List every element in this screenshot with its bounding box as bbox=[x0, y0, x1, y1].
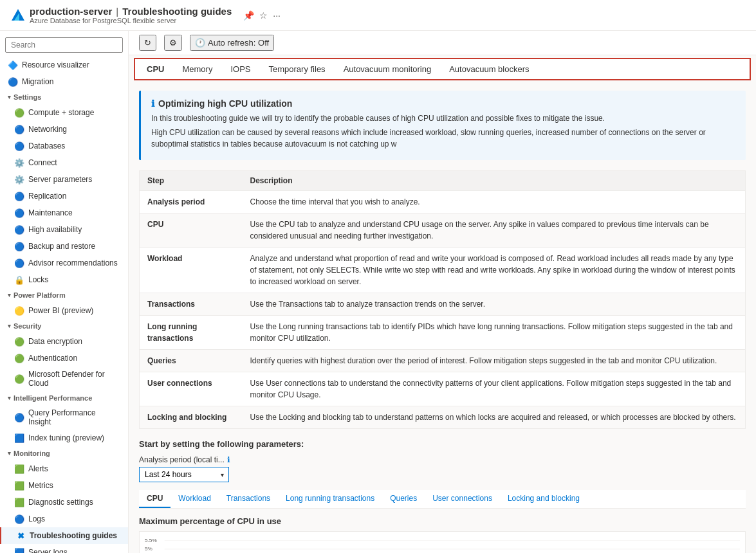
section-label: Security bbox=[14, 322, 41, 330]
sidebar-item-databases[interactable]: 🔵 Databases bbox=[0, 138, 128, 154]
header-actions[interactable]: 📌 ☆ ··· bbox=[243, 10, 281, 21]
connect-icon: ⚙️ bbox=[14, 158, 24, 168]
sidebar-item-server-parameters[interactable]: ⚙️ Server parameters bbox=[0, 171, 128, 188]
select-wrapper[interactable]: Last 24 hours Last 7 days Last 30 days C… bbox=[139, 467, 229, 482]
query-perf-icon: 🔵 bbox=[14, 412, 24, 422]
analysis-tab-long-running[interactable]: Long running transactions bbox=[278, 490, 382, 508]
sidebar-item-index-tuning[interactable]: 🟦 Index tuning (preview) bbox=[0, 430, 128, 446]
sidebar-item-migration[interactable]: 🔵 Migration bbox=[0, 73, 128, 90]
sidebar-item-query-performance[interactable]: 🔵 Query Performance Insight bbox=[0, 405, 128, 430]
sidebar-item-metrics[interactable]: 🟩 Metrics bbox=[0, 477, 128, 494]
sidebar-item-authentication[interactable]: 🟢 Authentication bbox=[0, 350, 128, 367]
tab-temp-files[interactable]: Temporary files bbox=[259, 59, 334, 80]
refresh-icon: ↻ bbox=[144, 38, 151, 48]
sidebar-item-data-encryption[interactable]: 🟢 Data encryption bbox=[0, 333, 128, 350]
table-row-step: Locking and blocking bbox=[140, 406, 243, 429]
sidebar-item-maintenance[interactable]: 🔵 Maintenance bbox=[0, 204, 128, 221]
sidebar-item-label: Resource visualizer bbox=[22, 60, 89, 69]
sidebar-item-backup-restore[interactable]: 🔵 Backup and restore bbox=[0, 238, 128, 255]
sidebar-item-label: Networking bbox=[28, 125, 67, 134]
sidebar-item-label: Connect bbox=[28, 158, 57, 167]
migration-icon: 🔵 bbox=[8, 77, 18, 87]
analysis-period-label: Analysis period (local ti... ℹ bbox=[139, 455, 746, 464]
sidebar-item-connect[interactable]: ⚙️ Connect bbox=[0, 154, 128, 171]
sidebar-item-defender[interactable]: 🟢 Microsoft Defender for Cloud bbox=[0, 367, 128, 391]
tab-cpu[interactable]: CPU bbox=[138, 59, 173, 80]
sidebar-item-compute-storage[interactable]: 🟢 Compute + storage bbox=[0, 104, 128, 121]
gear-button[interactable]: ⚙ bbox=[164, 35, 182, 51]
sidebar-item-label: Locks bbox=[28, 275, 48, 284]
gear-icon: ⚙ bbox=[169, 38, 177, 48]
advisor-icon: 🔵 bbox=[14, 258, 24, 268]
tab-autovacuum-blockers[interactable]: Autovacuum blockers bbox=[440, 59, 538, 80]
powerbi-icon: 🟡 bbox=[14, 305, 24, 316]
troubleshooting-icon: ✖ bbox=[15, 530, 26, 541]
analysis-tab-workload[interactable]: Workload bbox=[171, 490, 218, 508]
scroll-content: ℹ Optimizing high CPU utilization In thi… bbox=[129, 80, 756, 553]
sidebar-item-logs[interactable]: 🔵 Logs bbox=[0, 511, 128, 527]
tabs-top-wrapper: CPU Memory IOPS Temporary files Autovacu… bbox=[134, 58, 751, 80]
backup-icon: 🔵 bbox=[14, 241, 24, 251]
auth-icon: 🟢 bbox=[14, 353, 24, 363]
subtitle: Azure Database for PostgreSQL flexible s… bbox=[30, 17, 232, 24]
sidebar-item-power-bi[interactable]: 🟡 Power BI (preview) bbox=[0, 302, 128, 319]
info-icon: ℹ bbox=[151, 98, 154, 109]
auto-refresh-button[interactable]: 🕐 Auto refresh: Off bbox=[190, 35, 274, 51]
table-row-desc: Identify queries with highest duration o… bbox=[243, 350, 746, 372]
auto-refresh-label: Auto refresh: Off bbox=[208, 38, 269, 48]
analysis-tab-transactions[interactable]: Transactions bbox=[219, 490, 278, 508]
search-input[interactable] bbox=[5, 37, 123, 53]
section-intelligent-performance[interactable]: ▾ Intelligent Performance bbox=[0, 391, 128, 405]
section-security[interactable]: ▾ Security bbox=[0, 319, 128, 333]
sidebar-item-label: Maintenance bbox=[28, 208, 73, 217]
table-row-desc: Choose the time interval that you wish t… bbox=[243, 191, 746, 213]
sidebar-item-replication[interactable]: 🔵 Replication bbox=[0, 188, 128, 204]
section-power-platform[interactable]: ▾ Power Platform bbox=[0, 288, 128, 302]
params-title: Start by setting the following parameter… bbox=[139, 439, 746, 449]
sidebar-item-locks[interactable]: 🔒 Locks bbox=[0, 271, 128, 288]
sidebar-item-alerts[interactable]: 🟩 Alerts bbox=[0, 460, 128, 477]
guide-table: Step Description Analysis periodChoose t… bbox=[139, 170, 746, 429]
table-row-step: User connections bbox=[140, 372, 243, 406]
sidebar-item-resource-visualizer[interactable]: 🔷 Resource visualizer bbox=[0, 57, 128, 73]
ellipsis-icon[interactable]: ··· bbox=[273, 10, 281, 21]
analysis-tab-queries[interactable]: Queries bbox=[382, 490, 425, 508]
analysis-period-select[interactable]: Last 24 hours Last 7 days Last 30 days C… bbox=[139, 467, 229, 482]
chart-container: 5.5% 5% 4.5% 4% 3.5% 3% 2.5% 2% 1.5% 1% bbox=[139, 531, 746, 553]
table-row-desc: Use the Long running transactions tab to… bbox=[243, 316, 746, 350]
search-container[interactable] bbox=[0, 33, 128, 57]
server-name: production-server bbox=[30, 6, 112, 17]
table-row-step: Long running transactions bbox=[140, 316, 243, 350]
analysis-tab-locking[interactable]: Locking and blocking bbox=[500, 490, 587, 508]
sidebar-item-server-logs[interactable]: 🟦 Server logs bbox=[0, 544, 128, 553]
tab-autovacuum-monitoring[interactable]: Autovacuum monitoring bbox=[335, 59, 441, 80]
resource-visualizer-icon: 🔷 bbox=[8, 60, 18, 70]
metrics-icon: 🟩 bbox=[14, 480, 24, 491]
sidebar-item-label: Metrics bbox=[28, 481, 53, 490]
params-section: Start by setting the following parameter… bbox=[139, 439, 746, 482]
diagnostic-icon: 🟩 bbox=[14, 497, 24, 507]
sidebar-item-label: Authentication bbox=[28, 354, 77, 363]
pin-icon[interactable]: 📌 bbox=[243, 10, 254, 21]
server-logs-icon: 🟦 bbox=[14, 547, 24, 553]
refresh-button[interactable]: ↻ bbox=[139, 35, 156, 51]
locks-icon: 🔒 bbox=[14, 275, 24, 285]
section-settings[interactable]: ▾ Settings bbox=[0, 90, 128, 104]
analysis-tab-user-connections[interactable]: User connections bbox=[425, 490, 500, 508]
tab-memory[interactable]: Memory bbox=[173, 59, 221, 80]
section-monitoring[interactable]: ▾ Monitoring bbox=[0, 446, 128, 460]
sidebar-item-networking[interactable]: 🔵 Networking bbox=[0, 121, 128, 138]
sidebar-item-label: Microsoft Defender for Cloud bbox=[28, 370, 120, 388]
breadcrumb: production-server | Troubleshooting guid… bbox=[30, 6, 232, 24]
sidebar-item-label: Index tuning (preview) bbox=[28, 433, 104, 442]
sidebar-item-advisor[interactable]: 🔵 Advisor recommendations bbox=[0, 255, 128, 271]
table-row-desc: Use the Locking and blocking tab to unde… bbox=[243, 406, 746, 429]
sidebar-item-high-availability[interactable]: 🔵 High availability bbox=[0, 221, 128, 238]
info-box: ℹ Optimizing high CPU utilization In thi… bbox=[139, 91, 746, 160]
sidebar-item-troubleshooting[interactable]: ✖ Troubleshooting guides bbox=[0, 527, 128, 544]
tab-iops[interactable]: IOPS bbox=[221, 59, 259, 80]
table-row-desc: Use the CPU tab to analyze and understan… bbox=[243, 213, 746, 248]
star-icon[interactable]: ☆ bbox=[259, 10, 268, 21]
sidebar-item-diagnostic-settings[interactable]: 🟩 Diagnostic settings bbox=[0, 494, 128, 511]
analysis-tab-cpu[interactable]: CPU bbox=[139, 490, 171, 508]
